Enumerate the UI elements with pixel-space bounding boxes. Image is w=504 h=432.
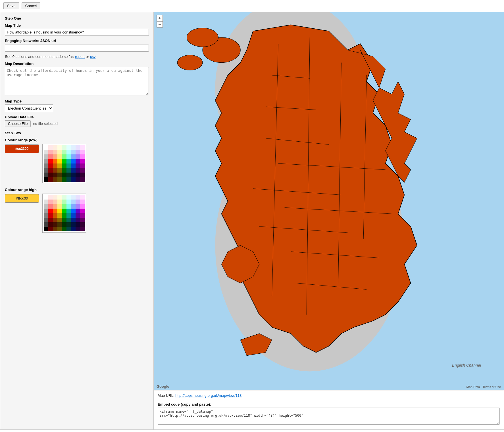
color-cell[interactable] — [80, 218, 85, 222]
color-cell[interactable] — [62, 209, 66, 213]
color-cell[interactable] — [44, 218, 48, 222]
color-cell[interactable] — [48, 213, 53, 218]
color-cell[interactable] — [53, 204, 57, 209]
color-cell[interactable] — [80, 168, 85, 173]
color-cell[interactable] — [62, 195, 66, 200]
color-cell[interactable] — [80, 204, 85, 209]
color-cell[interactable] — [80, 222, 85, 227]
color-cell[interactable] — [71, 195, 76, 200]
color-cell[interactable] — [44, 168, 48, 173]
color-cell[interactable] — [66, 159, 71, 163]
color-cell[interactable] — [76, 204, 80, 209]
color-cell[interactable] — [66, 154, 71, 159]
color-cell[interactable] — [53, 173, 57, 177]
color-cell[interactable] — [71, 213, 76, 218]
color-cell[interactable] — [57, 222, 62, 227]
color-cell[interactable] — [62, 227, 66, 231]
color-cell[interactable] — [53, 209, 57, 213]
color-cell[interactable] — [48, 145, 53, 150]
map-description-textarea[interactable] — [5, 67, 149, 95]
map-url-link[interactable]: http://apps.housing.org.uk/map/view/118 — [175, 393, 241, 398]
color-cell[interactable] — [62, 177, 66, 182]
color-cell[interactable] — [53, 145, 57, 150]
color-cell[interactable] — [66, 204, 71, 209]
color-cell[interactable] — [80, 159, 85, 163]
color-cell[interactable] — [48, 159, 53, 163]
color-cell[interactable] — [62, 204, 66, 209]
map-type-select[interactable]: Election Constituencies Local Authoritie… — [5, 104, 53, 112]
color-cell[interactable] — [66, 213, 71, 218]
color-cell[interactable] — [76, 200, 80, 204]
color-cell[interactable] — [44, 154, 48, 159]
color-cell[interactable] — [62, 163, 66, 168]
color-cell[interactable] — [80, 200, 85, 204]
color-cell[interactable] — [48, 227, 53, 231]
color-cell[interactable] — [76, 150, 80, 154]
color-cell[interactable] — [80, 150, 85, 154]
color-cell[interactable] — [48, 163, 53, 168]
color-cell[interactable] — [48, 150, 53, 154]
color-cell[interactable] — [71, 145, 76, 150]
color-cell[interactable] — [66, 173, 71, 177]
color-cell[interactable] — [57, 213, 62, 218]
color-cell[interactable] — [71, 150, 76, 154]
color-cell[interactable] — [80, 209, 85, 213]
color-cell[interactable] — [57, 168, 62, 173]
color-cell[interactable] — [71, 163, 76, 168]
color-cell[interactable] — [57, 173, 62, 177]
color-cell[interactable] — [44, 200, 48, 204]
color-cell[interactable] — [57, 163, 62, 168]
color-cell[interactable] — [53, 150, 57, 154]
color-cell[interactable] — [62, 218, 66, 222]
color-cell[interactable] — [44, 213, 48, 218]
color-cell[interactable] — [62, 145, 66, 150]
colour-high-swatch[interactable]: #ffcc33 — [5, 194, 39, 203]
color-cell[interactable] — [53, 200, 57, 204]
color-cell[interactable] — [53, 213, 57, 218]
color-cell[interactable] — [44, 209, 48, 213]
choose-file-button[interactable]: Choose File — [5, 120, 31, 127]
color-cell[interactable] — [48, 173, 53, 177]
color-cell[interactable] — [66, 195, 71, 200]
zoom-out-button[interactable]: − — [157, 21, 163, 28]
color-cell[interactable] — [57, 159, 62, 163]
color-cell[interactable] — [57, 145, 62, 150]
color-cell[interactable] — [48, 204, 53, 209]
color-cell[interactable] — [53, 222, 57, 227]
color-cell[interactable] — [76, 173, 80, 177]
color-cell[interactable] — [57, 218, 62, 222]
json-url-input[interactable] — [5, 45, 149, 52]
color-cell[interactable] — [76, 154, 80, 159]
color-cell[interactable] — [71, 209, 76, 213]
color-cell[interactable] — [66, 209, 71, 213]
color-cell[interactable] — [57, 195, 62, 200]
color-cell[interactable] — [57, 200, 62, 204]
color-cell[interactable] — [62, 173, 66, 177]
color-cell[interactable] — [62, 213, 66, 218]
color-cell[interactable] — [53, 159, 57, 163]
color-cell[interactable] — [71, 177, 76, 182]
color-cell[interactable] — [48, 177, 53, 182]
color-cell[interactable] — [80, 145, 85, 150]
color-cell[interactable] — [48, 200, 53, 204]
cancel-button[interactable]: Cancel — [22, 2, 40, 9]
color-cell[interactable] — [80, 213, 85, 218]
color-cell[interactable] — [66, 218, 71, 222]
color-cell[interactable] — [71, 159, 76, 163]
color-cell[interactable] — [71, 204, 76, 209]
color-cell[interactable] — [66, 163, 71, 168]
color-cell[interactable] — [80, 154, 85, 159]
color-cell[interactable] — [48, 154, 53, 159]
color-cell[interactable] — [76, 227, 80, 231]
color-cell[interactable] — [66, 200, 71, 204]
color-cell[interactable] — [44, 227, 48, 231]
color-cell[interactable] — [44, 204, 48, 209]
color-cell[interactable] — [48, 209, 53, 213]
embed-textarea[interactable]: <iframe name="nhf_datamap" src="http://a… — [158, 408, 500, 425]
color-cell[interactable] — [62, 200, 66, 204]
color-cell[interactable] — [76, 195, 80, 200]
color-cell[interactable] — [76, 218, 80, 222]
color-cell[interactable] — [76, 213, 80, 218]
color-cell[interactable] — [80, 163, 85, 168]
color-cell[interactable] — [62, 168, 66, 173]
